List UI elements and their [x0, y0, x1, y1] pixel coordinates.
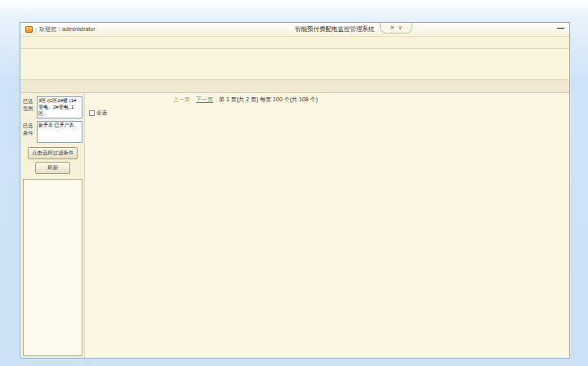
- app-icon: [25, 26, 33, 33]
- chevron-down-icon[interactable]: ∨: [398, 25, 402, 31]
- page-info: 第 1 页(共 2 页) 每页 100 个(共 108 个): [219, 96, 318, 104]
- room-card-grid: [87, 126, 567, 355]
- welcome-text: 欢迎您：administrator: [39, 25, 95, 33]
- select-all-label: 全选: [96, 109, 107, 117]
- main-area: 已选范围 3区:(C区2#楼 (1#变电、2#变电..1区.. 已选条件 新开表…: [20, 93, 569, 358]
- minimize-icon[interactable]: —: [557, 24, 564, 32]
- building-tree: [23, 179, 82, 356]
- selected-condition-input[interactable]: 新开表:已开户表.: [37, 121, 82, 143]
- select-all-checkbox[interactable]: [89, 110, 95, 116]
- window-controls: ✕∨: [380, 23, 412, 33]
- action-toolbar: 全选: [89, 109, 107, 117]
- next-page-link[interactable]: 下一页: [196, 96, 213, 104]
- titlebar-separator: |: [35, 26, 37, 33]
- sidebar: 已选范围 3区:(C区2#楼 (1#变电、2#变电..1区.. 已选条件 新开表…: [20, 93, 85, 358]
- content-area: 上一页 下一页 第 1 页(共 2 页) 每页 100 个(共 108 个) 全…: [85, 93, 569, 358]
- refresh-button[interactable]: 刷新: [35, 162, 70, 174]
- selected-condition-label: 已选条件: [23, 121, 35, 143]
- selected-range-input[interactable]: 3区:(C区2#楼 (1#变电、2#变电..1区..: [37, 96, 82, 118]
- menu-bar: [20, 37, 569, 49]
- window-title: 智能预付费配电监控管理系统: [295, 25, 375, 33]
- titlebar: | 欢迎您：administrator 智能预付费配电监控管理系统 ✕∨ —: [20, 23, 569, 37]
- filter-select-button[interactable]: 点击选择过滤条件: [28, 147, 78, 159]
- app-window: | 欢迎您：administrator 智能预付费配电监控管理系统 ✕∨ — 已…: [20, 22, 570, 359]
- document-tabs: [20, 80, 569, 93]
- close-icon[interactable]: ✕: [390, 25, 395, 31]
- prev-page-link[interactable]: 上一页: [173, 96, 190, 104]
- selected-range-label: 已选范围: [23, 96, 35, 118]
- ribbon: [20, 49, 569, 80]
- pagination: 上一页 下一页 第 1 页(共 2 页) 每页 100 个(共 108 个): [173, 96, 318, 104]
